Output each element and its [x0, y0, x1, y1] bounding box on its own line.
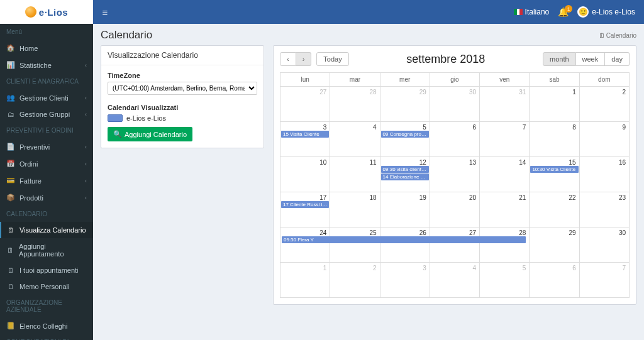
- day-number: 7: [622, 265, 626, 271]
- calendar-cell[interactable]: 28: [480, 228, 530, 263]
- calendar-cell[interactable]: 1209:30 visita cliente Sta14 Elaborazion…: [380, 157, 430, 192]
- sidebar-item-fatture[interactable]: 💳Fatture‹: [0, 172, 93, 189]
- calendar-cell[interactable]: 1: [530, 87, 579, 122]
- calendar-event[interactable]: 10:30 Visita Cliente: [530, 166, 578, 173]
- brand-logo[interactable]: e·Lios: [0, 0, 93, 24]
- day-number: 15: [569, 159, 576, 166]
- calendar-cell[interactable]: 28: [330, 87, 380, 122]
- calendar-event[interactable]: 09:30 visita cliente Sta: [381, 166, 429, 173]
- day-number: 6: [572, 265, 576, 271]
- calendar-cell[interactable]: 19: [380, 192, 430, 228]
- sidebar-item-gestione-clienti[interactable]: 👥Gestione Clienti‹: [0, 89, 93, 106]
- day-number: 31: [519, 89, 526, 96]
- timezone-select[interactable]: (UTC+01:00) Amsterdam, Berlino, Berna, R…: [108, 82, 257, 95]
- day-number: 2: [373, 265, 377, 271]
- timezone-label: TimeZone: [108, 72, 257, 79]
- day-number: 4: [473, 265, 477, 271]
- today-button[interactable]: Today: [316, 52, 348, 66]
- day-number: 28: [519, 229, 526, 236]
- calendar-cell[interactable]: 5: [480, 263, 530, 298]
- day-number: 3: [323, 124, 327, 131]
- users-icon: 👥: [6, 94, 15, 102]
- sidebar-item-aggiungi-appuntamento[interactable]: 🗓Aggiungi Appuntamento: [0, 238, 93, 262]
- calendar-cell[interactable]: 6: [530, 263, 579, 298]
- calendar-cell[interactable]: 21: [480, 192, 530, 228]
- avatar-icon: 🙂: [577, 6, 589, 18]
- calendar-cell[interactable]: 7: [579, 263, 629, 298]
- calendar-cell[interactable]: 10: [280, 157, 330, 192]
- next-button[interactable]: ›: [296, 52, 312, 66]
- calendar-cell[interactable]: 30: [579, 228, 629, 263]
- calendar-cell[interactable]: 23: [579, 192, 629, 228]
- chevron-left-icon: ‹: [85, 178, 87, 184]
- sidebar-item-visualizza-calendario[interactable]: 🗓Visualizza Calendario: [0, 222, 93, 238]
- calendar-cell[interactable]: 27: [430, 228, 479, 263]
- calendar-cell[interactable]: 11: [330, 157, 380, 192]
- day-number: 20: [469, 194, 476, 201]
- calendar-cell[interactable]: 315 Visita Cliente: [280, 122, 330, 157]
- sidebar-item-gestione-gruppi[interactable]: 🗂Gestione Gruppi‹: [0, 106, 93, 123]
- calendar-cell[interactable]: 7: [480, 122, 530, 157]
- calendar-cell[interactable]: 31: [480, 87, 530, 122]
- sidebar-item-memo[interactable]: 🗒Memo Personali: [0, 278, 93, 295]
- calendar-cell[interactable]: 4: [330, 122, 380, 157]
- calendar-icon: 🗓: [6, 226, 15, 234]
- notification-badge: 1: [565, 5, 572, 13]
- calendar-cell[interactable]: 2: [330, 263, 380, 298]
- calendar-cell[interactable]: 30: [430, 87, 479, 122]
- sidebar-item-home[interactable]: 🏠Home: [0, 40, 93, 57]
- calendar-cell[interactable]: 2409:30 Fiera Y: [280, 228, 330, 263]
- calendar-cell[interactable]: 8: [530, 122, 579, 157]
- calendar-cell[interactable]: 20: [430, 192, 479, 228]
- sidebar-item-tuoi-appuntamenti[interactable]: 🗓I tuoi appuntamenti: [0, 262, 93, 278]
- dow-header: ven: [480, 73, 530, 87]
- calendar-cell[interactable]: 9: [579, 122, 629, 157]
- notifications-button[interactable]: 🔔1: [558, 7, 569, 17]
- box-icon: 📦: [6, 194, 15, 202]
- calendar-cell[interactable]: 29: [530, 228, 579, 263]
- day-number: 12: [419, 159, 426, 166]
- calendar-cell[interactable]: 4: [430, 263, 479, 298]
- calendar-cell[interactable]: 1: [280, 263, 330, 298]
- sidebar-toggle-button[interactable]: ≡: [93, 7, 117, 18]
- calendar-cell[interactable]: 1717 Cliente Rossi in sed: [280, 192, 330, 228]
- calendar-cell[interactable]: 1510:30 Visita Cliente: [530, 157, 579, 192]
- calendar-event[interactable]: 09 Consegna progetto: [381, 131, 429, 138]
- calendar-plus-icon: 🗓: [6, 246, 14, 254]
- calendar-entry[interactable]: e-Lios e-Lios: [108, 114, 257, 122]
- day-number: 5: [423, 124, 426, 131]
- calendar-cell[interactable]: 6: [430, 122, 479, 157]
- day-number: 18: [369, 194, 376, 201]
- breadcrumb[interactable]: 🗓Calendario: [599, 32, 636, 39]
- calendar-event[interactable]: 15 Visita Cliente: [281, 131, 329, 138]
- calendar-event[interactable]: 14 Elaborazione preve: [381, 173, 429, 180]
- calendar-cell[interactable]: 25: [330, 228, 380, 263]
- panel-title: Visualizzazione Calendario: [101, 46, 264, 65]
- add-calendar-button[interactable]: 🔍Aggiungi Calendario: [108, 127, 192, 141]
- calendar-icon: 🗓: [599, 32, 605, 39]
- calendar-cell[interactable]: 2: [579, 87, 629, 122]
- calendar-cell[interactable]: 13: [430, 157, 479, 192]
- language-selector[interactable]: Italiano: [514, 8, 550, 16]
- sidebar-item-ordini[interactable]: 📅Ordini‹: [0, 155, 93, 172]
- calendar-cell[interactable]: 22: [530, 192, 579, 228]
- calendar-cell[interactable]: 14: [480, 157, 530, 192]
- sidebar-item-elenco-colleghi[interactable]: 📒Elenco Colleghi: [0, 317, 93, 334]
- view-month-button[interactable]: month: [543, 52, 576, 66]
- calendar-cell[interactable]: 29: [380, 87, 430, 122]
- view-week-button[interactable]: week: [576, 52, 606, 66]
- view-day-button[interactable]: day: [605, 52, 630, 66]
- sidebar-item-preventivi[interactable]: 📄Preventivi‹: [0, 138, 93, 155]
- calendar-event[interactable]: 17 Cliente Rossi in sed: [281, 201, 329, 208]
- calendar-cell[interactable]: 18: [330, 192, 380, 228]
- calendar-cell[interactable]: 27: [280, 87, 330, 122]
- sidebar-item-statistiche[interactable]: 📊Statistiche‹: [0, 57, 93, 74]
- user-menu[interactable]: 🙂 e-Lios e-Lios: [577, 6, 635, 18]
- calendar-cell[interactable]: 3: [380, 263, 430, 298]
- calendar-cell[interactable]: 16: [579, 157, 629, 192]
- sidebar-item-prodotti[interactable]: 📦Prodotti‹: [0, 189, 93, 206]
- day-number: 19: [419, 194, 426, 201]
- prev-button[interactable]: ‹: [280, 52, 296, 66]
- calendar-cell[interactable]: 26: [380, 228, 430, 263]
- calendar-cell[interactable]: 509 Consegna progetto: [380, 122, 430, 157]
